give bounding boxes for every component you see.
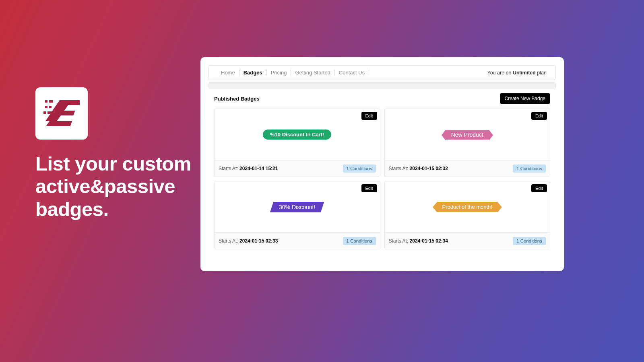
starts-at-label: Starts At: [389,238,410,244]
starts-at: Starts At: 2024-01-14 15:21 [219,166,278,171]
conditions-pill: 1 Conditions [513,237,546,245]
app-window: Home Badges Pricing Getting Started Cont… [200,57,564,271]
badge-card: Edit 30% Discount! Starts At: 2024-01-15… [214,181,380,249]
badge-card: Edit Product of the month! Starts At: 20… [384,181,551,249]
plan-prefix: You are on [487,70,512,76]
starts-at-value: 2024-01-15 02:34 [410,238,448,244]
svg-rect-1 [49,100,53,103]
conditions-pill: 1 Conditions [513,165,546,173]
nav-bar: Home Badges Pricing Getting Started Cont… [208,65,556,80]
starts-at: Starts At: 2024-01-15 02:34 [389,238,448,244]
nav-item-badges[interactable]: Badges [239,70,267,76]
starts-at-label: Starts At: [219,238,239,244]
edit-button[interactable]: Edit [531,112,547,120]
badge-preview: New Product [385,109,550,160]
starts-at: Starts At: 2024-01-15 02:32 [389,166,448,171]
edit-button[interactable]: Edit [361,112,377,120]
edit-button[interactable]: Edit [361,184,377,192]
svg-rect-4 [43,111,46,114]
svg-rect-2 [45,106,47,108]
badge-text: 30% Discount! [279,204,315,210]
nav-item-pricing[interactable]: Pricing [267,70,291,76]
edit-button[interactable]: Edit [531,184,547,192]
badge-shape-parallelogram: 30% Discount! [270,202,324,212]
section-header: Published Badges Create New Badge [208,93,556,104]
badge-preview: %10 Discount In Cart! [215,109,380,160]
create-new-badge-button[interactable]: Create New Badge [500,93,550,104]
badge-shape-tag: Product of the month! [437,202,497,212]
starts-at-label: Starts At: [219,166,239,171]
badge-preview: Product of the month! [385,181,550,232]
svg-rect-3 [49,106,52,108]
badge-footer: Starts At: 2024-01-15 02:33 1 Conditions [215,232,380,249]
nav-item-contact[interactable]: Contact Us [335,70,369,76]
nav-items: Home Badges Pricing Getting Started Cont… [218,70,369,76]
starts-at: Starts At: 2024-01-15 02:33 [219,238,278,244]
badge-footer: Starts At: 2024-01-14 15:21 1 Conditions [215,160,380,177]
badge-shape-pill: %10 Discount In Cart! [263,130,331,140]
plan-info: You are on Unlimited plan [487,70,547,76]
starts-at-value: 2024-01-15 02:33 [239,238,278,244]
spacer-bar [208,82,556,88]
badge-footer: Starts At: 2024-01-15 02:32 1 Conditions [385,160,550,177]
starts-at-value: 2024-01-15 02:32 [410,166,448,171]
nav-item-getting-started[interactable]: Getting Started [291,70,334,76]
starts-at-label: Starts At: [389,166,410,171]
conditions-pill: 1 Conditions [343,165,376,173]
badge-card: Edit New Product Starts At: 2024-01-15 0… [384,109,551,177]
badge-card: Edit %10 Discount In Cart! Starts At: 20… [214,109,380,177]
badge-shape-ribbon: New Product [446,130,489,140]
starts-at-value: 2024-01-14 15:21 [239,166,278,171]
plan-suffix: plan [536,70,547,76]
plan-name: Unlimited [513,70,536,76]
badge-footer: Starts At: 2024-01-15 02:34 1 Conditions [385,232,550,249]
app-logo [35,87,88,140]
tagline-text: List your custom active&passive badges. [35,152,196,220]
badge-grid: Edit %10 Discount In Cart! Starts At: 20… [208,109,556,249]
conditions-pill: 1 Conditions [343,237,376,245]
section-title: Published Badges [214,96,260,102]
svg-rect-0 [45,100,47,103]
badge-preview: 30% Discount! [215,181,380,232]
nav-item-home[interactable]: Home [218,70,239,76]
